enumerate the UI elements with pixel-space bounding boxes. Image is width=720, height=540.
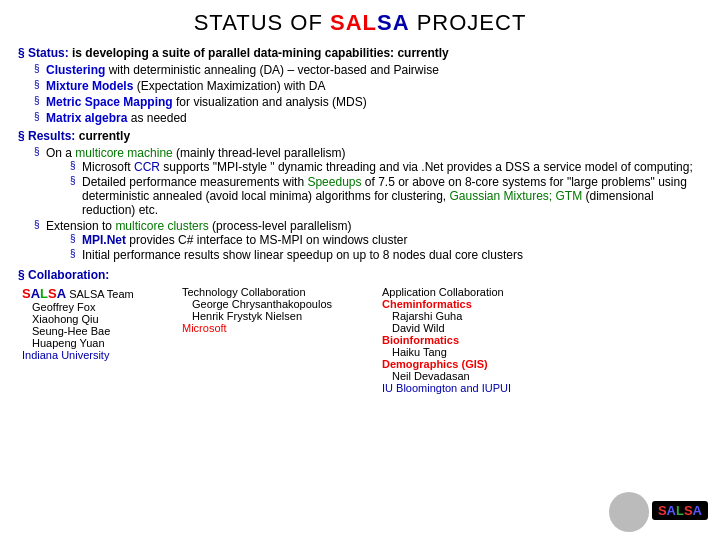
demographics-label: Demographics (GIS) — [382, 358, 634, 370]
results-extension: Extension to multicore clusters (process… — [34, 219, 702, 262]
page-title: STATUS OF SALSA PROJECT — [18, 10, 702, 36]
collab-label: § Collaboration: — [18, 268, 109, 282]
status-item-matrix: Matrix algebra as needed — [34, 111, 702, 125]
cheminf-member-1: Rajarshi Guha — [392, 310, 634, 322]
results-multicore: On a multicore machine (mainly thread-le… — [34, 146, 702, 217]
tech-collab-col: Technology Collaboration George Chrysant… — [178, 286, 378, 394]
salsa-team-col: SALSA SALSA Team Geoffrey Fox Xiaohong Q… — [18, 286, 178, 394]
cheminf-member-2: David Wild — [392, 322, 634, 334]
bioinf-member-1: Haiku Tang — [392, 346, 634, 358]
cheminf-label: Cheminformatics — [382, 298, 634, 310]
app-collab-col: Application Collaboration Cheminformatic… — [378, 286, 638, 394]
collab-grid: SALSA SALSA Team Geoffrey Fox Xiaohong Q… — [18, 286, 702, 394]
status-items: Clustering with deterministic annealing … — [34, 63, 702, 125]
salsa-member-3: Seung-Hee Bae — [32, 325, 174, 337]
ccr-item: Microsoft CCR supports "MPI-style " dyna… — [70, 160, 702, 174]
status-item-metric: Metric Space Mapping for visualization a… — [34, 95, 702, 109]
results-text: currently — [79, 129, 130, 143]
mpinet-item: MPI.Net provides C# interface to MS-MPI … — [70, 233, 702, 247]
status-section: § Status: is developing a suite of paral… — [18, 46, 702, 125]
speedups-item: Detailed performance measurements with S… — [70, 175, 702, 217]
indiana-university: Indiana University — [22, 349, 174, 361]
results-section: § Results: currently On a multicore mach… — [18, 129, 702, 262]
microsoft-label: Microsoft — [182, 322, 374, 334]
salsa-member-4: Huapeng Yuan — [32, 337, 174, 349]
salsa-badge: SALSA — [652, 501, 708, 520]
collab-section: § Collaboration: SALSA SALSA Team Geoffr… — [18, 268, 702, 394]
salsa-member-1: Geoffrey Fox — [32, 301, 174, 313]
title-status: S — [194, 10, 210, 35]
demo-member-1: Neil Devadasan — [392, 370, 634, 382]
status-item-clustering: Clustering with deterministic annealing … — [34, 63, 702, 77]
tech-collab-label: Technology Collaboration — [182, 286, 374, 298]
iu-bloom-label: IU Bloomington and IUPUI — [382, 382, 634, 394]
app-collab-label: Application Collaboration — [382, 286, 634, 298]
main-content-list: § Status: is developing a suite of paral… — [18, 46, 702, 262]
circle-decoration — [609, 492, 649, 532]
tech-member-1: George Chrysanthakopoulos — [192, 298, 374, 310]
status-item-mixture: Mixture Models (Expectation Maximization… — [34, 79, 702, 93]
linear-speedup-item: Initial performance results show linear … — [70, 248, 702, 262]
tech-member-2: Henrik Frystyk Nielsen — [192, 310, 374, 322]
multicore-subitems: Microsoft CCR supports "MPI-style " dyna… — [70, 160, 702, 217]
salsa-badge-area: SALSA — [609, 492, 708, 532]
salsa-member-2: Xiaohong Qiu — [32, 313, 174, 325]
salsa-team-label: SALSA SALSA Team — [22, 286, 174, 301]
status-label: § Status: — [18, 46, 69, 60]
bioinf-label: Bioinformatics — [382, 334, 634, 346]
status-text: is developing a suite of parallel data-m… — [72, 46, 449, 60]
extension-subitems: MPI.Net provides C# interface to MS-MPI … — [70, 233, 702, 262]
results-items: On a multicore machine (mainly thread-le… — [34, 146, 702, 262]
results-label: § Results: — [18, 129, 75, 143]
